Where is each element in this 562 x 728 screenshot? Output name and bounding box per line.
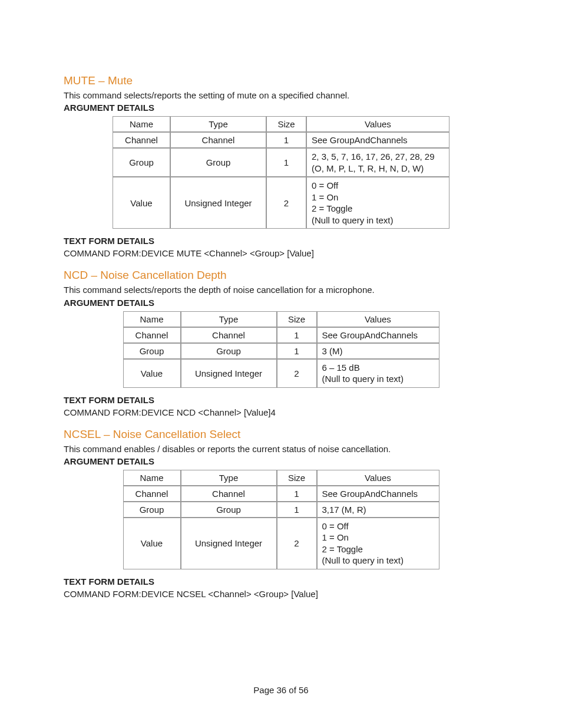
th-type: Type — [170, 116, 266, 132]
page-content: MUTE – Mute This command selects/reports… — [0, 0, 562, 599]
td-size: 1 — [277, 327, 317, 343]
table-row: Group Group 1 3,17 (M, R) — [123, 502, 439, 518]
table-row: Value Unsigned Integer 2 0 = Off 1 = On … — [113, 177, 449, 229]
page-footer: Page 36 of 56 — [0, 685, 562, 695]
table-header-row: Name Type Size Values — [113, 116, 449, 132]
td-name: Group — [123, 502, 181, 518]
arg-table-ncd: Name Type Size Values Channel Channel 1 … — [123, 311, 439, 388]
td-type: Group — [181, 343, 277, 359]
section-desc-mute: This command selects/reports the setting… — [64, 90, 498, 101]
td-size: 1 — [277, 502, 317, 518]
table-row: Group Group 1 3 (M) — [123, 343, 439, 359]
th-type: Type — [181, 470, 277, 486]
td-name: Group — [123, 343, 181, 359]
th-type: Type — [181, 311, 277, 327]
td-size: 1 — [266, 132, 306, 148]
table-header-row: Name Type Size Values — [123, 470, 439, 486]
section-desc-ncsel: This command enables / disables or repor… — [64, 443, 498, 455]
table-row: Channel Channel 1 See GroupAndChannels — [123, 327, 439, 343]
text-form-cmd-mute: COMMAND FORM:DEVICE MUTE <Channel> <Grou… — [64, 248, 498, 258]
th-values: Values — [306, 116, 449, 132]
arg-label-mute: ARGUMENT DETAILS — [64, 103, 498, 113]
td-type: Group — [170, 148, 266, 177]
table-wrap-mute: Name Type Size Values Channel Channel 1 … — [64, 116, 498, 229]
table-row: Value Unsigned Integer 2 0 = Off 1 = On … — [123, 518, 439, 569]
td-values: 6 – 15 dB (Null to query in text) — [317, 359, 439, 388]
td-type: Unsigned Integer — [181, 359, 277, 388]
td-values: See GroupAndChannels — [317, 486, 439, 502]
td-size: 2 — [266, 177, 306, 229]
th-size: Size — [277, 311, 317, 327]
arg-label-ncd: ARGUMENT DETAILS — [64, 298, 498, 308]
th-size: Size — [266, 116, 306, 132]
table-header-row: Name Type Size Values — [123, 311, 439, 327]
td-name: Value — [113, 177, 170, 229]
table-wrap-ncsel: Name Type Size Values Channel Channel 1 … — [64, 470, 498, 569]
table-row: Channel Channel 1 See GroupAndChannels — [123, 486, 439, 502]
th-values: Values — [317, 470, 439, 486]
td-type: Unsigned Integer — [181, 518, 277, 569]
td-values: See GroupAndChannels — [317, 327, 439, 343]
td-name: Channel — [123, 486, 181, 502]
text-form-cmd-ncd: COMMAND FORM:DEVICE NCD <Channel> [Value… — [64, 407, 498, 417]
td-name: Value — [123, 359, 181, 388]
td-name: Group — [113, 148, 170, 177]
td-name: Value — [123, 518, 181, 569]
td-type: Group — [181, 502, 277, 518]
td-type: Unsigned Integer — [170, 177, 266, 229]
th-name: Name — [123, 470, 181, 486]
td-type: Channel — [181, 486, 277, 502]
td-size: 1 — [277, 486, 317, 502]
text-form-label-ncd: TEXT FORM DETAILS — [64, 395, 498, 405]
table-row: Value Unsigned Integer 2 6 – 15 dB (Null… — [123, 359, 439, 388]
section-title-mute: MUTE – Mute — [64, 74, 498, 87]
td-values: 0 = Off 1 = On 2 = Toggle (Null to query… — [306, 177, 449, 229]
td-values: 3 (M) — [317, 343, 439, 359]
arg-label-ncsel: ARGUMENT DETAILS — [64, 456, 498, 466]
th-name: Name — [113, 116, 170, 132]
text-form-label-ncsel: TEXT FORM DETAILS — [64, 577, 498, 587]
section-title-ncd: NCD – Noise Cancellation Depth — [64, 269, 498, 282]
td-values: 2, 3, 5, 7, 16, 17, 26, 27, 28, 29 (O, M… — [306, 148, 449, 177]
table-row: Channel Channel 1 See GroupAndChannels — [113, 132, 449, 148]
td-values: 0 = Off 1 = On 2 = Toggle (Null to query… — [317, 518, 439, 569]
td-name: Channel — [123, 327, 181, 343]
th-name: Name — [123, 311, 181, 327]
section-title-ncsel: NCSEL – Noise Cancellation Select — [64, 428, 498, 441]
table-wrap-ncd: Name Type Size Values Channel Channel 1 … — [64, 311, 498, 388]
th-size: Size — [277, 470, 317, 486]
text-form-label-mute: TEXT FORM DETAILS — [64, 236, 498, 246]
td-size: 2 — [277, 359, 317, 388]
text-form-cmd-ncsel: COMMAND FORM:DEVICE NCSEL <Channel> <Gro… — [64, 589, 498, 599]
td-size: 1 — [277, 343, 317, 359]
td-size: 1 — [266, 148, 306, 177]
arg-table-mute: Name Type Size Values Channel Channel 1 … — [113, 116, 449, 229]
arg-table-ncsel: Name Type Size Values Channel Channel 1 … — [123, 470, 439, 569]
td-values: 3,17 (M, R) — [317, 502, 439, 518]
td-values: See GroupAndChannels — [306, 132, 449, 148]
td-size: 2 — [277, 518, 317, 569]
th-values: Values — [317, 311, 439, 327]
td-name: Channel — [113, 132, 170, 148]
section-desc-ncd: This command selects/reports the depth o… — [64, 284, 498, 296]
table-row: Group Group 1 2, 3, 5, 7, 16, 17, 26, 27… — [113, 148, 449, 177]
td-type: Channel — [170, 132, 266, 148]
td-type: Channel — [181, 327, 277, 343]
